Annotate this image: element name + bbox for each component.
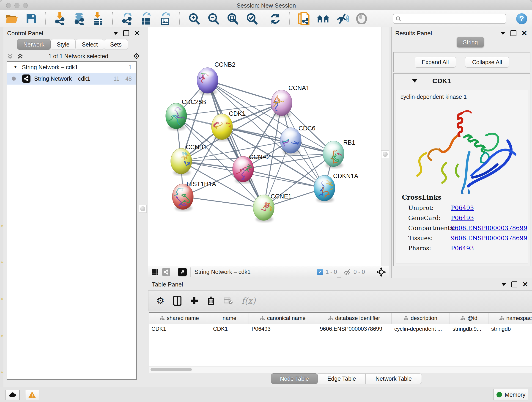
panel-menu-icon[interactable] bbox=[500, 32, 505, 35]
export-table-icon[interactable] bbox=[139, 12, 153, 26]
crosslink-row: GeneCard: P06493 bbox=[408, 215, 528, 221]
tissues-link[interactable]: 9606.ENSP00000378699 bbox=[451, 235, 527, 242]
delete-column-icon[interactable] bbox=[207, 296, 215, 306]
birdseye-crosshair-icon[interactable] bbox=[376, 267, 386, 277]
export-image-icon[interactable] bbox=[159, 12, 172, 26]
crosslinks-title: CrossLinks bbox=[402, 194, 528, 201]
search-box[interactable] bbox=[393, 14, 506, 24]
compartments-link[interactable]: 9606.ENSP00000378699 bbox=[451, 225, 527, 231]
node-label-ccnb2: CCNB2 bbox=[215, 61, 235, 68]
right-splitter-handle[interactable] bbox=[381, 150, 389, 158]
float-panel-icon[interactable] bbox=[123, 30, 129, 36]
column-header[interactable]: description bbox=[392, 313, 450, 324]
import-database-icon[interactable] bbox=[72, 12, 86, 26]
panel-menu-icon[interactable] bbox=[113, 32, 118, 35]
memory-button[interactable]: Memory bbox=[494, 389, 528, 400]
node-label-cdc6: CDC6 bbox=[298, 125, 316, 132]
scrollbar-thumb[interactable] bbox=[151, 368, 192, 371]
grid-view-icon[interactable] bbox=[152, 268, 159, 276]
collapse-all-chevron-icon[interactable] bbox=[7, 53, 13, 60]
network-share-icon[interactable] bbox=[162, 268, 170, 276]
node-table[interactable]: shared name name canonical name database… bbox=[149, 312, 532, 373]
zoom-out-icon[interactable] bbox=[207, 12, 220, 26]
table-row[interactable]: CDK1 CDK1 P06493 9606.ENSP00000378699 cy… bbox=[149, 324, 532, 334]
crosslink-row: Tissues: 9606.ENSP00000378699 bbox=[408, 235, 528, 242]
warnings-button[interactable] bbox=[25, 390, 39, 400]
network-canvas[interactable]: CCNB2CCNA1CDC25BCDK1CDC6RB1CCNB1CCNA2CDK… bbox=[148, 27, 389, 266]
network-row-selected[interactable]: String Network – cdk1 11 48 bbox=[7, 73, 136, 85]
zoom-selected-icon[interactable] bbox=[245, 12, 259, 26]
network-collection-row[interactable]: ▼ String Network – cdk1 1 bbox=[7, 62, 136, 73]
column-header[interactable]: @id bbox=[450, 313, 488, 324]
tab-node-table[interactable]: Node Table bbox=[271, 373, 318, 384]
save-icon[interactable] bbox=[25, 12, 38, 26]
add-column-icon[interactable] bbox=[190, 297, 198, 305]
detach-view-icon[interactable] bbox=[178, 268, 187, 276]
table-toolbar: ⚙ f(x) bbox=[148, 290, 532, 311]
node-label-ccna2: CCNA2 bbox=[249, 153, 270, 160]
selected-checkbox-icon[interactable]: ✓ bbox=[317, 269, 323, 275]
help-button[interactable]: ? bbox=[516, 13, 527, 24]
results-actions-box: Expand All Collapse All bbox=[393, 52, 530, 72]
gene-description: cyclin-dependent kinase 1 bbox=[400, 94, 528, 100]
show-columns-icon[interactable] bbox=[173, 296, 181, 306]
zoom-fit-icon[interactable] bbox=[226, 12, 239, 26]
expander-triangle-icon[interactable]: ▼ bbox=[13, 65, 17, 70]
cloud-button[interactable] bbox=[6, 390, 20, 400]
node-label-ccne1: CCNE1 bbox=[271, 193, 292, 200]
close-panel-icon[interactable]: ✕ bbox=[521, 31, 527, 36]
pharos-link[interactable]: P06493 bbox=[451, 245, 474, 252]
column-header[interactable]: namespace bbox=[488, 313, 532, 324]
left-splitter-handle[interactable] bbox=[139, 205, 147, 213]
hidden-counts: 0 - 0 bbox=[354, 269, 365, 275]
column-type-icon bbox=[500, 316, 504, 320]
houses-icon[interactable] bbox=[317, 12, 330, 26]
tab-sets[interactable]: Sets bbox=[104, 39, 128, 50]
tab-string[interactable]: String bbox=[457, 37, 484, 47]
expand-all-button[interactable]: Expand All bbox=[415, 57, 456, 68]
zoom-in-icon[interactable] bbox=[187, 12, 201, 26]
export-network-icon[interactable] bbox=[120, 12, 133, 26]
uniprot-link[interactable]: P06493 bbox=[451, 204, 474, 211]
tab-network-table[interactable]: Network Table bbox=[365, 373, 422, 384]
float-panel-icon[interactable] bbox=[510, 30, 516, 36]
collapse-all-button[interactable]: Collapse All bbox=[465, 57, 509, 68]
tab-network[interactable]: Network bbox=[17, 39, 51, 50]
network-edge-count: 48 bbox=[125, 75, 132, 82]
column-header[interactable]: name bbox=[210, 313, 249, 324]
column-type-icon bbox=[461, 316, 465, 320]
crosslink-row: Uniprot: P06493 bbox=[408, 204, 528, 211]
column-header[interactable]: canonical name bbox=[249, 313, 317, 324]
tab-style[interactable]: Style bbox=[51, 39, 76, 50]
panel-menu-icon[interactable] bbox=[501, 283, 506, 286]
open-folder-icon[interactable] bbox=[5, 12, 19, 26]
gear-icon[interactable]: ⚙ bbox=[133, 52, 140, 60]
refresh-layout-icon[interactable] bbox=[268, 12, 282, 26]
search-input[interactable] bbox=[403, 15, 503, 22]
column-header[interactable]: database identifier bbox=[317, 313, 392, 324]
column-type-icon bbox=[404, 316, 408, 320]
gene-name: CDK1 bbox=[432, 77, 451, 85]
import-network-icon[interactable] bbox=[53, 12, 66, 26]
network-document-icon[interactable] bbox=[297, 12, 310, 26]
table-gear-icon[interactable]: ⚙ bbox=[156, 297, 165, 305]
float-panel-icon[interactable] bbox=[511, 281, 517, 287]
memory-label: Memory bbox=[505, 391, 525, 398]
show-hide-details-icon[interactable] bbox=[336, 12, 349, 26]
network-label: String Network – cdk1 bbox=[34, 75, 90, 82]
node-label-cdkn1a: CDKN1A bbox=[333, 172, 358, 179]
toolbar-divider bbox=[112, 12, 113, 25]
network-view[interactable]: CCNB2CCNA1CDC25BCDK1CDC6RB1CCNB1CCNA2CDK… bbox=[148, 27, 389, 278]
gene-expander-icon[interactable] bbox=[412, 79, 417, 83]
tab-select[interactable]: Select bbox=[76, 39, 104, 50]
import-table-icon[interactable] bbox=[92, 12, 105, 26]
close-panel-icon[interactable]: ✕ bbox=[134, 31, 140, 36]
crosslink-row: Pharos: P06493 bbox=[408, 245, 528, 252]
expand-all-chevron-icon[interactable] bbox=[17, 53, 24, 60]
horizontal-scrollbar[interactable] bbox=[149, 366, 532, 373]
hidden-eye-icon[interactable] bbox=[343, 269, 351, 275]
tab-edge-table[interactable]: Edge Table bbox=[318, 373, 365, 384]
column-header[interactable]: shared name bbox=[149, 313, 210, 324]
genecard-link[interactable]: P06493 bbox=[451, 215, 474, 221]
close-panel-icon[interactable]: ✕ bbox=[522, 282, 528, 287]
